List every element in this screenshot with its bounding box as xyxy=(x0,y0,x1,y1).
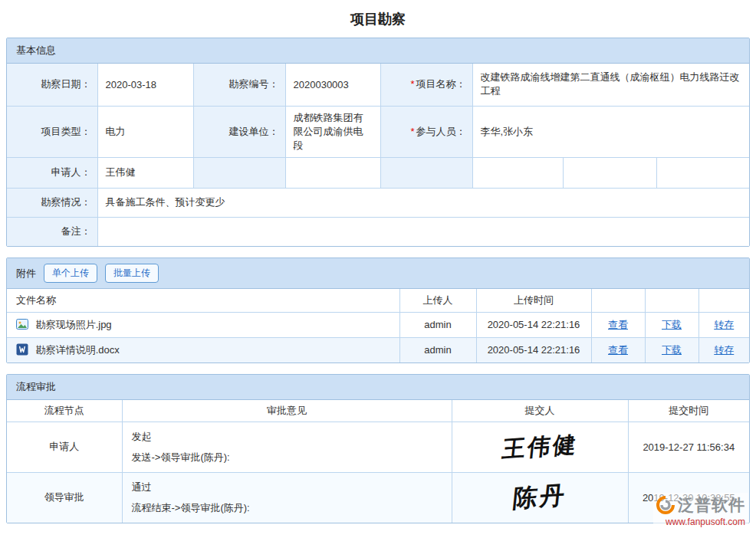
vendor-brand: 泛普软件 xyxy=(678,494,745,516)
action-header-empty xyxy=(645,289,698,312)
required-mark: * xyxy=(410,78,414,90)
basic-info-header: 基本信息 xyxy=(7,38,749,64)
node-cell: 申请人 xyxy=(7,422,122,472)
empty-label-cell xyxy=(380,157,472,188)
empty-value-cell xyxy=(563,157,656,188)
approval-table: 流程节点 审批意见 提交人 提交时间 申请人 发起 发送->领导审批(陈丹): … xyxy=(7,400,749,523)
survey-status-label: 勘察情况： xyxy=(7,188,97,217)
participants-value: 李华,张小东 xyxy=(472,106,749,157)
submitter-header: 提交人 xyxy=(452,400,628,422)
table-row: 勘察现场照片.jpg admin 2020-05-14 22:21:16 查看 … xyxy=(7,312,749,337)
survey-status-value: 具备施工条件、预计变更少 xyxy=(97,188,749,217)
signature: 陈丹 xyxy=(511,479,568,517)
survey-date-value: 2020-03-18 xyxy=(97,64,193,106)
file-name[interactable]: 勘察现场照片.jpg xyxy=(36,319,112,330)
file-name-cell: 勘察详情说明.docx xyxy=(7,337,399,362)
survey-no-label: 勘察编号： xyxy=(193,64,285,106)
survey-no-value: 2020030003 xyxy=(285,64,380,106)
signature: 王伟健 xyxy=(500,428,579,465)
file-name[interactable]: 勘察详情说明.docx xyxy=(36,344,120,356)
uploader-header: 上传人 xyxy=(399,289,476,312)
upload-time-header: 上传时间 xyxy=(476,289,591,312)
applicant-value: 王伟健 xyxy=(97,157,193,188)
empty-value-cell xyxy=(472,157,563,188)
empty-value-cell xyxy=(285,157,380,188)
table-row: 勘察情况： 具备施工条件、预计变更少 xyxy=(7,188,749,217)
file-name-header: 文件名称 xyxy=(7,289,399,312)
opinion-header: 审批意见 xyxy=(122,400,452,422)
action-header-empty xyxy=(591,289,645,312)
image-file-icon xyxy=(16,318,28,330)
opinion-line2: 发送->领导审批(陈丹): xyxy=(132,451,442,464)
table-row: 申请人 发起 发送->领导审批(陈丹): 王伟健 2019-12-27 11:5… xyxy=(7,422,749,472)
project-type-value: 电力 xyxy=(97,106,193,157)
project-name-value: 改建铁路成渝线增建第二直通线（成渝枢纽）电力线路迁改工程 xyxy=(472,64,749,106)
upload-time-cell: 2020-05-14 22:21:16 xyxy=(476,337,591,362)
remark-label: 备注： xyxy=(7,217,97,246)
transfer-link[interactable]: 转存 xyxy=(714,344,734,356)
download-link[interactable]: 下载 xyxy=(662,344,682,356)
table-row: 勘察详情说明.docx admin 2020-05-14 22:21:16 查看… xyxy=(7,337,749,362)
empty-value-cell xyxy=(656,157,749,188)
opinion-line2: 流程结束->领导审批(陈丹): xyxy=(132,501,442,515)
empty-label-cell xyxy=(193,157,285,188)
approval-panel: 流程审批 流程节点 审批意见 提交人 提交时间 申请人 发起 发送->领导审批(… xyxy=(6,374,750,523)
attachments-title: 附件 xyxy=(16,267,36,280)
page-title: 项目勘察 xyxy=(0,0,756,38)
opinion-cell: 发起 发送->领导审批(陈丹): xyxy=(122,422,452,472)
transfer-link[interactable]: 转存 xyxy=(714,319,734,330)
opinion-line1: 通过 xyxy=(132,481,442,494)
submit-time-cell: 2019-12-27 11:56:34 xyxy=(628,422,749,472)
uploader-cell: admin xyxy=(399,337,476,362)
project-name-label: *项目名称： xyxy=(380,64,472,106)
action-header-empty xyxy=(698,289,749,312)
basic-info-title: 基本信息 xyxy=(16,44,56,57)
basic-info-panel: 基本信息 勘察日期： 2020-03-18 勘察编号： 2020030003 *… xyxy=(6,38,750,247)
attachments-table: 文件名称 上传人 上传时间 勘察现场照片.jpg admin 2020-05-1… xyxy=(7,289,749,362)
single-upload-button[interactable]: 单个上传 xyxy=(44,264,97,283)
uploader-cell: admin xyxy=(399,312,476,337)
table-row: 勘察日期： 2020-03-18 勘察编号： 2020030003 *项目名称：… xyxy=(7,64,749,106)
table-row: 项目类型： 电力 建设单位： 成都铁路集团有限公司成渝供电段 *参与人员： 李华… xyxy=(7,106,749,157)
word-file-icon xyxy=(16,343,28,356)
submitter-signature-cell: 王伟健 xyxy=(452,422,628,472)
node-cell: 领导审批 xyxy=(7,472,122,523)
view-link[interactable]: 查看 xyxy=(608,319,628,330)
download-link[interactable]: 下载 xyxy=(662,319,682,330)
submitter-signature-cell: 陈丹 xyxy=(452,472,628,523)
file-name-cell: 勘察现场照片.jpg xyxy=(7,312,399,337)
approval-header: 流程审批 xyxy=(7,375,749,400)
table-row: 申请人： 王伟健 xyxy=(7,157,749,188)
attachments-header-row: 文件名称 上传人 上传时间 xyxy=(7,289,749,312)
vendor-url[interactable]: www.fanpusoft.com xyxy=(656,517,745,527)
build-unit-value: 成都铁路集团有限公司成渝供电段 xyxy=(285,106,380,157)
survey-date-label: 勘察日期： xyxy=(7,64,97,106)
required-mark: * xyxy=(410,126,414,137)
participants-label: *参与人员： xyxy=(380,106,472,157)
opinion-line1: 发起 xyxy=(132,430,442,444)
applicant-label: 申请人： xyxy=(7,157,97,188)
attachments-panel: 附件 单个上传 批量上传 文件名称 上传人 上传时间 勘察现场照片.jpg ad… xyxy=(6,258,750,363)
submit-time-header: 提交时间 xyxy=(628,400,749,422)
view-link[interactable]: 查看 xyxy=(608,344,628,356)
table-row: 备注： xyxy=(7,217,749,246)
approval-header-row: 流程节点 审批意见 提交人 提交时间 xyxy=(7,400,749,422)
approval-title: 流程审批 xyxy=(16,380,56,394)
build-unit-label: 建设单位： xyxy=(193,106,285,157)
attachments-header: 附件 单个上传 批量上传 xyxy=(7,258,749,289)
project-type-label: 项目类型： xyxy=(7,106,97,157)
remark-value xyxy=(97,217,749,246)
opinion-cell: 通过 流程结束->领导审批(陈丹): xyxy=(122,472,452,523)
node-header: 流程节点 xyxy=(7,400,122,422)
upload-time-cell: 2020-05-14 22:21:16 xyxy=(476,312,591,337)
basic-info-table: 勘察日期： 2020-03-18 勘察编号： 2020030003 *项目名称：… xyxy=(7,64,749,246)
vendor-watermark: 泛普软件 www.fanpusoft.com xyxy=(653,493,748,529)
batch-upload-button[interactable]: 批量上传 xyxy=(105,264,159,283)
fanpu-logo-icon xyxy=(656,496,675,514)
table-row: 领导审批 通过 流程结束->领导审批(陈丹): 陈丹 2019-12-30 10… xyxy=(7,472,749,523)
